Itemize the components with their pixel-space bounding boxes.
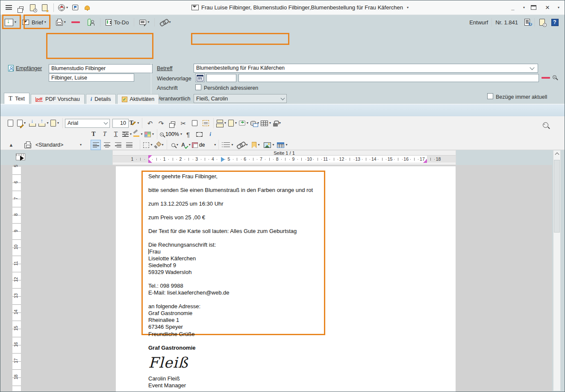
spellcheck-button[interactable]: A▾ (181, 140, 191, 150)
format-painter-button[interactable]: ▾ (154, 140, 164, 150)
ruler-settings-icon[interactable] (16, 153, 25, 160)
link-caret-icon[interactable]: ▾ (169, 21, 171, 24)
cut-button[interactable]: ✂ (178, 118, 188, 128)
wiedervorlage-calendar-button[interactable] (195, 74, 205, 82)
bold-button[interactable]: T (88, 129, 99, 139)
bookmark-button[interactable]: ▾ (250, 140, 261, 150)
copy-button[interactable] (167, 118, 177, 128)
minimize-options-caret-icon[interactable]: ▾ (523, 6, 525, 9)
navigation-button[interactable]: ▾ (58, 2, 68, 13)
assign-contact-button[interactable] (86, 17, 96, 28)
remove-icon[interactable] (541, 77, 550, 79)
main-menu-button[interactable] (4, 2, 13, 13)
minimize-button[interactable]: _ (508, 2, 518, 13)
undo-button[interactable]: ↶ (145, 118, 155, 128)
betreff-label[interactable]: Betreff (157, 65, 173, 71)
protect-button[interactable]: ▾ (272, 118, 282, 128)
page-break-button[interactable]: ▾ (216, 118, 227, 128)
redo-button[interactable]: ↷ (156, 118, 166, 128)
export-text-button[interactable]: ↑▾ (38, 118, 49, 128)
favorites-button[interactable]: ★ (40, 2, 49, 13)
page-setup-button[interactable]: ▾ (50, 118, 60, 128)
horizontal-ruler[interactable]: 1123456789101112131415161718 (113, 155, 456, 162)
history-button[interactable]: ↻ (522, 17, 532, 28)
zoom-button[interactable]: 100%▾ (160, 129, 182, 139)
text-block-button[interactable]: ▾ (227, 118, 238, 128)
justify-button[interactable] (124, 140, 134, 150)
persoenlich-adressieren-checkbox[interactable] (195, 84, 201, 90)
notifications-button[interactable] (82, 2, 92, 13)
tab-pdf-vorschau[interactable]: pdfPDF Vorschau (31, 94, 85, 104)
print-caret-icon[interactable]: ▾ (64, 21, 66, 24)
paragraph-style-select[interactable]: <Standard>▾ (33, 141, 84, 150)
editor-zoom-search-button[interactable] (540, 120, 550, 130)
left-indent-marker[interactable] (148, 159, 152, 163)
print-button[interactable]: ▾ (56, 17, 66, 28)
todo-button[interactable]: To-Do (106, 17, 129, 28)
right-indent-marker[interactable] (423, 159, 427, 163)
insert-styled-table-button[interactable]: ▾ (277, 140, 287, 150)
print-style-button[interactable] (23, 140, 33, 150)
close-options-caret-icon[interactable]: ▾ (558, 6, 559, 9)
font-family-select[interactable]: Arial (65, 119, 110, 128)
tab-stop-marker[interactable] (221, 157, 225, 162)
scroll-up-icon[interactable] (555, 153, 559, 157)
resubmission-button[interactable] (537, 17, 547, 28)
tab-details[interactable]: iDetails (86, 94, 116, 104)
paragraph-settings-button[interactable]: ▾ (122, 129, 132, 139)
wiedervorlage-note-input[interactable] (238, 74, 539, 82)
link-button[interactable]: ▾ (160, 17, 171, 28)
empfaenger-label[interactable]: Empfänger (16, 65, 42, 71)
edit-text-button[interactable]: ▾ (16, 118, 26, 128)
window-list-button[interactable] (16, 2, 25, 13)
brief-caret-icon[interactable]: ▾ (44, 21, 46, 24)
empfaenger-person-input[interactable]: Filbinger, Luise (49, 74, 134, 82)
align-center-button[interactable] (102, 140, 112, 150)
color-button[interactable]: ▾ (144, 129, 154, 139)
underline-button[interactable]: T (111, 129, 121, 139)
align-right-button[interactable] (113, 140, 123, 150)
search-button[interactable]: ▾ (170, 140, 180, 150)
highlight-button[interactable]: ▾ (133, 129, 143, 139)
recent-documents-button[interactable] (28, 2, 37, 13)
list-button[interactable]: ▾ (221, 140, 233, 150)
wiedervorlage-date-input[interactable] (206, 74, 236, 82)
first-line-indent-marker[interactable] (148, 155, 152, 159)
letter-page[interactable]: Sehr geehrte Frau Filbinger, bitte sende… (116, 166, 456, 392)
insert-table-button[interactable]: ▾ (261, 118, 271, 128)
italic-button[interactable]: T (100, 129, 110, 139)
tab-text[interactable]: TText (4, 93, 29, 104)
empfaenger-company-input[interactable]: Blumenstudio Filbinger (49, 64, 153, 73)
insert-image-button[interactable]: ▾ (264, 140, 274, 150)
hyperlink-button[interactable]: ▾ (237, 140, 247, 150)
info-button[interactable]: i (205, 129, 215, 139)
help-button[interactable]: ? (550, 17, 559, 28)
vertical-scrollbar[interactable] (553, 150, 561, 391)
font-size-input[interactable]: 10 (112, 119, 129, 128)
paste-button[interactable] (189, 118, 200, 128)
language-button[interactable]: de▾ (192, 140, 216, 150)
red-line-button[interactable] (71, 17, 80, 28)
magnifier-plus-icon[interactable] (553, 75, 556, 79)
select-all-button[interactable] (200, 118, 211, 128)
import-text-button[interactable]: ↓ (27, 118, 38, 128)
brief-button[interactable]: Brief ▾ (22, 17, 46, 28)
insert-field-button[interactable]: ▾ (238, 118, 249, 128)
title-dropdown-caret-icon[interactable]: ▾ (407, 6, 409, 9)
save-button[interactable]: ↓▾ (5, 17, 16, 28)
maximize-button[interactable] (529, 2, 539, 13)
field-display-button[interactable] (194, 129, 204, 139)
align-left-button[interactable] (91, 140, 101, 150)
betreff-input[interactable]: Blumenbestellung für Frau Käferchen (194, 64, 538, 73)
close-button[interactable]: × (543, 2, 552, 13)
collapse-toolbar-button[interactable]: ▲ (6, 140, 16, 150)
border-button[interactable]: ▾ (143, 140, 153, 150)
database-field-button[interactable]: ▾ (250, 118, 260, 128)
tab-aktivitäten[interactable]: ✓Aktivitäten (117, 94, 159, 104)
scrollbar-thumb[interactable] (554, 160, 560, 233)
save-caret-icon[interactable]: ▾ (15, 21, 16, 24)
new-document-button[interactable] (5, 118, 15, 128)
font-format-button[interactable]: T▾ (129, 118, 139, 128)
vertical-ruler[interactable]: 56789101112131415161718 (12, 166, 21, 392)
formatting-marks-button[interactable]: ¶ (183, 129, 193, 139)
